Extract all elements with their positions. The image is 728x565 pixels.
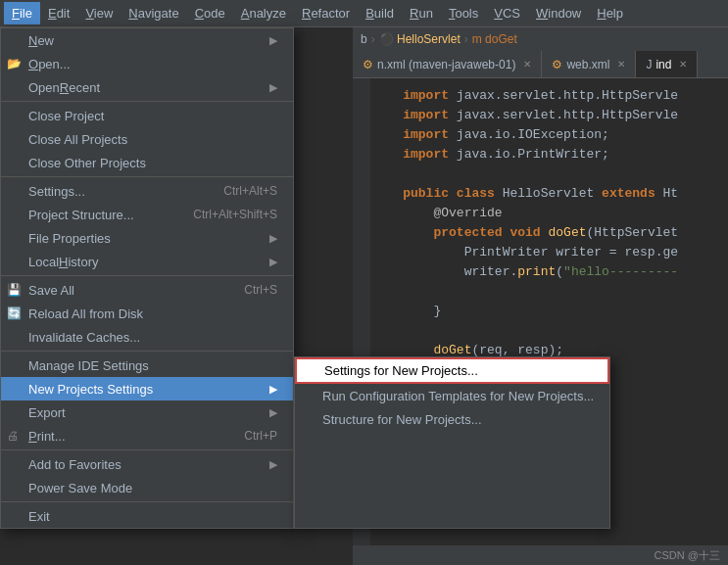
menu-run[interactable]: Run: [402, 2, 441, 24]
menu-print[interactable]: 🖨Print... Ctrl+P: [1, 424, 293, 447]
separator-4: [1, 351, 293, 352]
menu-navigate[interactable]: Navigate: [121, 2, 186, 24]
menu-close-all-projects[interactable]: Close All Projects: [1, 127, 293, 151]
menu-manage-ide[interactable]: Manage IDE Settings: [1, 353, 293, 377]
separator-6: [1, 501, 293, 502]
status-bar: CSDN @十三: [353, 545, 728, 565]
tab-ind-label: ind: [655, 58, 671, 71]
menu-help[interactable]: Help: [589, 2, 631, 24]
menu-power-save[interactable]: Power Save Mode: [1, 476, 293, 499]
submenu-run-config-templates[interactable]: Run Configuration Templates for New Proj…: [295, 384, 609, 407]
menu-export[interactable]: Export ▶: [1, 400, 293, 424]
submenu-structure-new-projects[interactable]: Structure for New Projects...: [295, 407, 609, 431]
menu-window[interactable]: Window: [528, 2, 589, 24]
menu-vcs[interactable]: VCS: [486, 2, 528, 24]
separator-1: [1, 101, 293, 102]
menu-build[interactable]: Build: [358, 2, 402, 24]
menu-close-other-projects[interactable]: Close Other Projects: [1, 151, 293, 174]
menu-analyze[interactable]: Analyze: [233, 2, 294, 24]
submenu-settings-new-projects[interactable]: Settings for New Projects...: [295, 357, 609, 384]
menu-settings[interactable]: Settings... Ctrl+Alt+S: [1, 179, 293, 203]
menu-view[interactable]: View: [77, 2, 121, 24]
tab-ind-close[interactable]: ✕: [679, 59, 687, 70]
menu-tools[interactable]: Tools: [441, 2, 486, 24]
tab-ind-icon: J: [646, 58, 652, 71]
menu-invalidate-caches[interactable]: Invalidate Caches...: [1, 325, 293, 349]
menu-exit[interactable]: Exit: [1, 504, 293, 528]
menu-reload[interactable]: 🔄Reload All from Disk: [1, 302, 293, 325]
menu-close-project[interactable]: Close Project: [1, 104, 293, 127]
menu-code[interactable]: Code: [187, 2, 233, 24]
menu-new[interactable]: New ▶: [1, 28, 293, 52]
menu-refactor[interactable]: Refactor: [294, 2, 358, 24]
file-dropdown-main: New ▶ 📂Open... Open Recent ▶ Close Proje…: [0, 27, 294, 529]
menu-file[interactable]: File: [4, 2, 40, 24]
status-text: CSDN @十三: [655, 548, 720, 563]
menu-edit[interactable]: Edit: [40, 2, 77, 24]
menu-file-properties[interactable]: File Properties ▶: [1, 226, 293, 250]
tab-ind[interactable]: J ind ✕: [636, 51, 698, 77]
menu-new-projects-settings[interactable]: New Projects Settings ▶: [1, 377, 293, 400]
new-projects-settings-submenu: Settings for New Projects... Run Configu…: [294, 356, 610, 529]
menu-bar: File Edit View Navigate Code Analyze Ref…: [0, 0, 728, 27]
menu-open-recent[interactable]: Open Recent ▶: [1, 75, 293, 99]
tab-webxml-close[interactable]: ✕: [617, 59, 625, 70]
separator-5: [1, 449, 293, 450]
menu-save-all[interactable]: 💾Save All Ctrl+S: [1, 278, 293, 302]
menu-project-structure[interactable]: Project Structure... Ctrl+Alt+Shift+S: [1, 203, 293, 226]
menu-add-favorites[interactable]: Add to Favorites ▶: [1, 452, 293, 476]
file-dropdown: New ▶ 📂Open... Open Recent ▶ Close Proje…: [0, 27, 610, 529]
separator-2: [1, 176, 293, 177]
menu-open[interactable]: 📂Open...: [1, 52, 293, 75]
menu-local-history[interactable]: Local History ▶: [1, 250, 293, 273]
separator-3: [1, 275, 293, 276]
